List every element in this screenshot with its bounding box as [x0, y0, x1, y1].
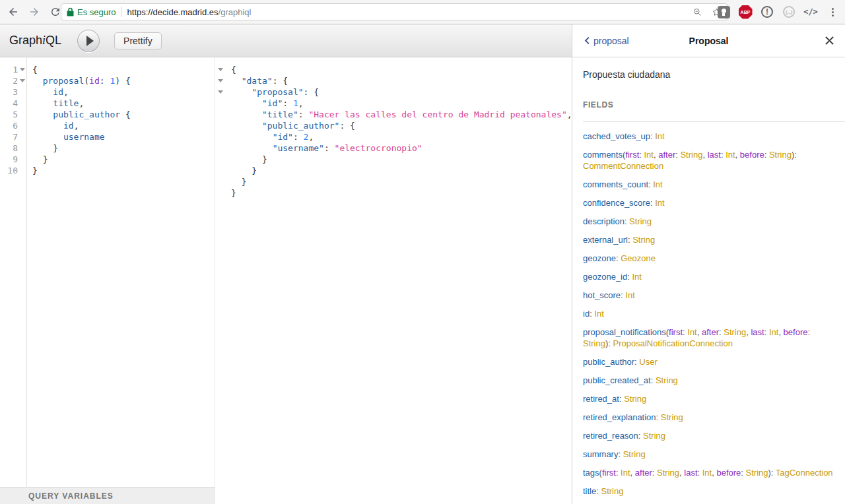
- arg-type-link[interactable]: Int: [769, 327, 778, 337]
- url-host: https://decide.madrid.es: [127, 7, 219, 17]
- json-braces-extension-icon[interactable]: {...}: [782, 5, 796, 19]
- field-type-link[interactable]: Int: [653, 179, 662, 189]
- arg-type-link[interactable]: String: [680, 150, 702, 160]
- arg-type-link[interactable]: String: [724, 327, 746, 337]
- field-name-link[interactable]: public_created_at: [583, 375, 651, 385]
- arg-type-link[interactable]: Int: [644, 150, 654, 160]
- response-viewer: { "data": { "proposal": { "id": 1, "titl…: [226, 57, 572, 504]
- arg-name: last: [751, 327, 764, 337]
- field-name-link[interactable]: external_url: [583, 235, 628, 245]
- code-line: {: [231, 64, 572, 75]
- field-name-link[interactable]: cached_votes_up: [583, 131, 650, 141]
- field-type-link[interactable]: Int: [655, 131, 664, 141]
- back-button[interactable]: [5, 4, 21, 20]
- field-name-link[interactable]: comments_count: [583, 179, 648, 189]
- address-bar[interactable]: Es seguro https://decide.madrid.es/graph…: [61, 3, 727, 20]
- code-line: "data": {: [231, 75, 572, 86]
- response-fold-gutter[interactable]: [215, 57, 226, 504]
- field-name-link[interactable]: comments: [583, 150, 623, 160]
- arg-type-link[interactable]: Int: [687, 327, 696, 337]
- line-number: 5: [0, 109, 18, 120]
- lightbulb-extension-icon[interactable]: [716, 5, 731, 19]
- field-name-link[interactable]: id: [583, 309, 590, 319]
- field-name-link[interactable]: proposal_notifications: [583, 327, 666, 337]
- field-type-link[interactable]: String: [661, 412, 683, 422]
- field-type-link[interactable]: Int: [655, 198, 664, 208]
- field-type-link[interactable]: String: [632, 235, 655, 245]
- field-type-link[interactable]: String: [601, 486, 623, 496]
- field-name-link[interactable]: geozone_id: [583, 272, 627, 282]
- field-name-link[interactable]: hot_score: [583, 290, 621, 300]
- arg-type-link[interactable]: Int: [702, 468, 712, 478]
- field-type-link[interactable]: Geozone: [621, 253, 656, 263]
- field-name-link[interactable]: retired_explanation: [583, 412, 656, 422]
- arg-type-link[interactable]: String: [746, 468, 768, 478]
- fold-spacer: [18, 165, 26, 176]
- reload-icon: [50, 6, 61, 18]
- line-number: 7: [0, 131, 18, 142]
- doc-close-button[interactable]: [825, 36, 834, 46]
- site-security-indicator[interactable]: Es seguro: [67, 7, 116, 17]
- field-name-link[interactable]: retired_reason: [583, 431, 638, 441]
- field-type-link[interactable]: User: [639, 357, 657, 367]
- field-name-link[interactable]: summary: [583, 449, 618, 459]
- field-type-link[interactable]: String: [643, 431, 665, 441]
- doc-field: external_url: String: [583, 234, 834, 245]
- arg-type-link[interactable]: String: [583, 338, 605, 348]
- field-type-link[interactable]: Int: [594, 309, 603, 319]
- field-type-link[interactable]: ProposalNotificationConnection: [613, 338, 733, 348]
- fold-gutter[interactable]: [18, 57, 27, 487]
- fold-arrow-icon[interactable]: [18, 64, 26, 75]
- code-line: "public_author": {: [231, 120, 572, 131]
- field-name-link[interactable]: retired_at: [583, 394, 619, 404]
- fold-arrow-icon[interactable]: [215, 86, 226, 98]
- line-number: 6: [0, 120, 18, 131]
- query-variables-toggle[interactable]: QUERY VARIABLES: [0, 487, 215, 504]
- zoom-icon[interactable]: [693, 7, 702, 17]
- field-name-link[interactable]: tags: [583, 468, 599, 478]
- doc-field: title: String: [583, 486, 834, 497]
- field-type-link[interactable]: String: [623, 449, 646, 459]
- line-number: 3: [0, 86, 18, 98]
- query-editor[interactable]: { proposal(id: 1) { id, title, public_au…: [27, 57, 215, 487]
- field-name-link[interactable]: public_author: [583, 357, 634, 367]
- field-type-link[interactable]: Int: [632, 272, 641, 282]
- field-name-link[interactable]: title: [583, 486, 596, 496]
- fold-spacer: [215, 154, 226, 165]
- prettify-button[interactable]: Prettify: [114, 32, 162, 49]
- doc-field: comments(first: Int, after: String, last…: [583, 149, 834, 172]
- arg-type-link[interactable]: Int: [726, 150, 735, 160]
- field-type-link[interactable]: String: [629, 216, 652, 226]
- arg-type-link[interactable]: Int: [621, 468, 630, 478]
- field-name-link[interactable]: description: [583, 216, 625, 226]
- fold-arrow-icon[interactable]: [215, 75, 226, 86]
- arg-type-link[interactable]: String: [769, 150, 792, 160]
- fold-spacer: [18, 142, 26, 154]
- arg-name: before: [716, 468, 741, 478]
- adblock-plus-extension-icon[interactable]: ABP: [738, 5, 753, 19]
- field-name-link[interactable]: geozone: [583, 253, 616, 263]
- doc-field: hot_score: Int: [583, 290, 834, 301]
- arg-type-link[interactable]: String: [657, 468, 679, 478]
- doc-back-link[interactable]: proposal: [583, 36, 629, 46]
- code-line: {: [32, 64, 215, 75]
- field-type-link[interactable]: Int: [625, 290, 634, 300]
- arg-name: first: [625, 150, 639, 160]
- field-type-link[interactable]: String: [656, 375, 678, 385]
- forward-button[interactable]: [26, 4, 42, 20]
- browser-menu-icon[interactable]: [825, 5, 840, 19]
- play-icon: [86, 36, 94, 46]
- fold-spacer: [18, 86, 26, 98]
- execute-query-button[interactable]: [77, 30, 100, 52]
- field-type-link[interactable]: String: [624, 394, 646, 404]
- alert-circle-extension-icon[interactable]: !: [760, 5, 774, 19]
- fold-arrow-icon[interactable]: [18, 75, 26, 86]
- fold-arrow-icon[interactable]: [215, 64, 226, 75]
- code-brackets-extension-icon[interactable]: </>: [803, 5, 818, 19]
- field-type-link[interactable]: CommentConnection: [583, 161, 663, 171]
- back-arrow-icon: [7, 6, 19, 18]
- fold-spacer: [215, 109, 226, 120]
- field-name-link[interactable]: confidence_score: [583, 198, 650, 208]
- field-type-link[interactable]: TagConnection: [776, 468, 833, 478]
- browser-toolbar: Es seguro https://decide.madrid.es/graph…: [0, 0, 845, 24]
